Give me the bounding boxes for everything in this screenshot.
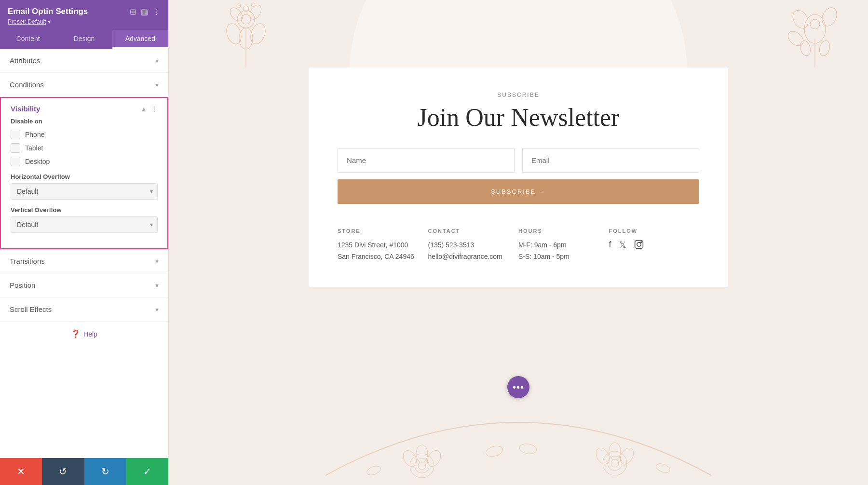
desktop-checkbox[interactable] (11, 157, 20, 166)
conditions-section[interactable]: Conditions ▾ (0, 73, 168, 97)
horizontal-overflow-select[interactable]: Default Hidden Scroll Auto Visible (11, 183, 158, 200)
subscribe-title: Join Our Newsletter (338, 103, 699, 132)
svg-point-36 (637, 242, 640, 246)
svg-point-15 (810, 19, 820, 29)
svg-point-26 (608, 456, 622, 471)
more-icon[interactable]: ⋮ (153, 7, 161, 16)
visibility-title: Visibility (11, 105, 40, 113)
header-icons: ⊞ ▦ ⋮ (130, 7, 161, 16)
visibility-more-icon[interactable]: ⋮ (151, 105, 158, 113)
columns-icon[interactable]: ▦ (141, 7, 148, 16)
visibility-header-icons: ▲ ⋮ (140, 105, 158, 113)
floating-action-button[interactable]: ••• (507, 376, 529, 398)
tab-design[interactable]: Design (56, 30, 112, 49)
social-icons: f 𝕏 (609, 240, 700, 252)
svg-point-13 (819, 5, 840, 28)
store-col: STORE 1235 Divi Street, #1000 San Franci… (338, 228, 428, 263)
subscribe-eyebrow: SUBSCRIBE (338, 92, 699, 98)
svg-point-10 (251, 3, 255, 7)
facebook-icon[interactable]: f (609, 240, 611, 252)
save-button[interactable]: ✓ (126, 458, 168, 485)
contact-title: CONTACT (428, 228, 519, 234)
vertical-overflow-select[interactable]: Default Hidden Scroll Auto Visible (11, 216, 158, 233)
transitions-chevron: ▾ (155, 257, 159, 265)
attributes-chevron: ▾ (155, 57, 159, 65)
svg-point-17 (799, 40, 812, 57)
scroll-effects-label: Scroll Effects (10, 305, 52, 313)
svg-point-30 (609, 443, 621, 460)
svg-point-12 (790, 8, 811, 31)
help-label: Help (83, 330, 97, 338)
svg-point-37 (640, 242, 641, 242)
follow-title: FOLLOW (609, 228, 700, 234)
svg-point-4 (239, 28, 253, 49)
svg-point-21 (418, 462, 426, 470)
visibility-header[interactable]: Visibility ▲ ⋮ (1, 98, 167, 118)
transitions-section[interactable]: Transitions ▾ (0, 249, 168, 273)
email-input[interactable] (522, 148, 699, 173)
tablet-checkbox-row: Tablet (11, 143, 158, 153)
conditions-label: Conditions (10, 81, 44, 89)
preset-label: Preset: Default ▾ (8, 18, 161, 25)
grid-icon[interactable]: ⊞ (130, 7, 136, 16)
transitions-label: Transitions (10, 257, 45, 265)
store-text: 1235 Divi Street, #1000 San Francisco, C… (338, 240, 428, 263)
visibility-section: Visibility ▲ ⋮ Disable on Phone Tablet (0, 97, 168, 249)
svg-point-8 (243, 6, 249, 12)
twitter-icon[interactable]: 𝕏 (619, 240, 626, 252)
sidebar-content: Attributes ▾ Conditions ▾ Visibility ▲ ⋮… (0, 49, 168, 458)
vertical-overflow-section: Vertical Overflow Default Hidden Scroll … (11, 206, 158, 233)
main-content: SUBSCRIBE Join Our Newsletter SUBSCRIBE … (169, 0, 868, 485)
phone-checkbox[interactable] (11, 130, 20, 139)
scroll-effects-chevron: ▾ (155, 306, 159, 313)
tab-content[interactable]: Content (0, 30, 56, 49)
svg-point-23 (425, 448, 444, 469)
attributes-section[interactable]: Attributes ▾ (0, 49, 168, 73)
svg-point-27 (611, 459, 619, 467)
visibility-collapse-icon[interactable]: ▲ (140, 105, 147, 113)
sidebar-toolbar: ✕ ↺ ↻ ✓ (0, 458, 168, 485)
phone-label: Phone (25, 131, 44, 138)
contact-text: (135) 523-3513 hello@divifragrance.com (428, 240, 519, 263)
svg-point-34 (655, 462, 671, 474)
contact-col: CONTACT (135) 523-3513 hello@divifragran… (428, 228, 519, 263)
svg-point-9 (237, 4, 241, 8)
undo-button[interactable]: ↺ (42, 458, 84, 485)
attributes-label: Attributes (10, 56, 40, 65)
scroll-effects-section[interactable]: Scroll Effects ▾ (0, 297, 168, 322)
tabs-bar: Content Design Advanced (0, 30, 168, 49)
position-chevron: ▾ (155, 282, 159, 289)
cancel-button[interactable]: ✕ (0, 458, 42, 485)
hours-text: M-F: 9am - 6pm S-S: 10am - 5pm (518, 240, 609, 263)
subscribe-button[interactable]: SUBSCRIBE → (338, 179, 699, 204)
svg-point-31 (485, 445, 504, 458)
help-row[interactable]: ❓ Help (0, 322, 168, 346)
tablet-label: Tablet (25, 144, 43, 152)
svg-point-19 (410, 454, 434, 478)
svg-point-20 (415, 458, 429, 473)
conditions-chevron: ▾ (155, 81, 159, 89)
phone-checkbox-row: Phone (11, 130, 158, 139)
svg-point-7 (247, 3, 263, 21)
name-input[interactable] (338, 148, 515, 173)
position-section[interactable]: Position ▾ (0, 273, 168, 297)
svg-point-22 (401, 448, 420, 469)
instagram-icon[interactable] (634, 240, 644, 252)
form-row (338, 148, 699, 173)
horizontal-overflow-section: Horizontal Overflow Default Hidden Scrol… (11, 173, 158, 200)
svg-point-29 (618, 445, 637, 466)
svg-point-25 (603, 451, 627, 475)
tab-advanced[interactable]: Advanced (112, 30, 168, 49)
vertical-overflow-label: Vertical Overflow (11, 206, 158, 214)
svg-point-24 (416, 445, 428, 462)
svg-point-1 (241, 14, 251, 24)
floral-top-right (776, 0, 854, 67)
tablet-checkbox[interactable] (11, 143, 20, 153)
sidebar-title: Email Optin Settings (8, 7, 88, 16)
redo-button[interactable]: ↻ (84, 458, 126, 485)
horizontal-overflow-label: Horizontal Overflow (11, 173, 158, 180)
svg-point-11 (804, 14, 826, 43)
visibility-body: Disable on Phone Tablet Desktop Horizont… (1, 118, 167, 244)
hours-col: HOURS M-F: 9am - 6pm S-S: 10am - 5pm (518, 228, 609, 263)
svg-point-6 (228, 5, 245, 23)
